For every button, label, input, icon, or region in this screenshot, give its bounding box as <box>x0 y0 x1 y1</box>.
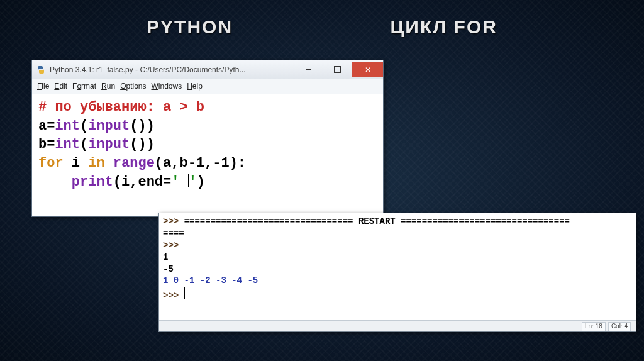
shell-prompt: >>> <box>163 240 179 250</box>
menu-format[interactable]: Format <box>72 82 96 91</box>
shell-restart-prefix: ================================ <box>184 216 358 226</box>
status-line: Ln: 18 <box>582 322 606 331</box>
code-comment: # по убыванию: a > b <box>38 99 204 115</box>
python-idle-icon <box>36 65 46 75</box>
status-col: Col: 4 <box>608 322 631 331</box>
window-title-text: Python 3.4.1: r1_false.py - C:/Users/PC/… <box>50 65 294 74</box>
code-line-5: print(i,end=' ') <box>38 174 205 190</box>
window-controls <box>294 62 383 77</box>
text-cursor <box>184 287 185 299</box>
shell-input-1: 1 <box>163 252 168 262</box>
title-right: ЦИКЛ FOR <box>390 16 497 38</box>
menu-file[interactable]: File <box>37 82 49 91</box>
menu-windows[interactable]: Windows <box>152 82 182 91</box>
slide-title: PYTHON ЦИКЛ FOR <box>0 0 644 38</box>
shell-restart-wrap: ==== <box>163 228 184 238</box>
menu-help[interactable]: Help <box>187 82 203 91</box>
shell-input-2: -5 <box>163 264 174 274</box>
titlebar: Python 3.4.1: r1_false.py - C:/Users/PC/… <box>32 60 383 79</box>
shell-prompt: >>> <box>163 291 179 301</box>
shell-prompt: >>> <box>163 216 179 226</box>
menu-edit[interactable]: Edit <box>54 82 67 91</box>
title-left: PYTHON <box>147 16 233 38</box>
code-line-2: a=int(input()) <box>38 118 155 134</box>
idle-shell-window: >>> ================================ RES… <box>158 213 636 332</box>
menu-options[interactable]: Options <box>120 82 146 91</box>
maximize-button[interactable] <box>323 62 352 77</box>
shell-output-line: 1 0 -1 -2 -3 -4 -5 <box>163 275 264 286</box>
minimize-button[interactable] <box>294 62 323 77</box>
code-line-3: b=int(input()) <box>38 136 155 152</box>
shell-restart-label: RESTART <box>358 216 396 226</box>
menu-run[interactable]: Run <box>101 82 115 91</box>
idle-editor-window: Python 3.4.1: r1_false.py - C:/Users/PC/… <box>31 60 384 217</box>
close-button[interactable] <box>352 62 383 77</box>
shell-restart-suffix: ================================ <box>396 216 570 226</box>
shell-output[interactable]: >>> ================================ RES… <box>159 213 636 320</box>
menubar: File Edit Format Run Options Windows Hel… <box>32 79 383 94</box>
statusbar: Ln: 18 Col: 4 <box>159 320 636 331</box>
code-editor[interactable]: # по убыванию: a > b a=int(input()) b=in… <box>32 94 383 216</box>
code-line-4: for i in range(a,b-1,-1): <box>38 155 246 171</box>
